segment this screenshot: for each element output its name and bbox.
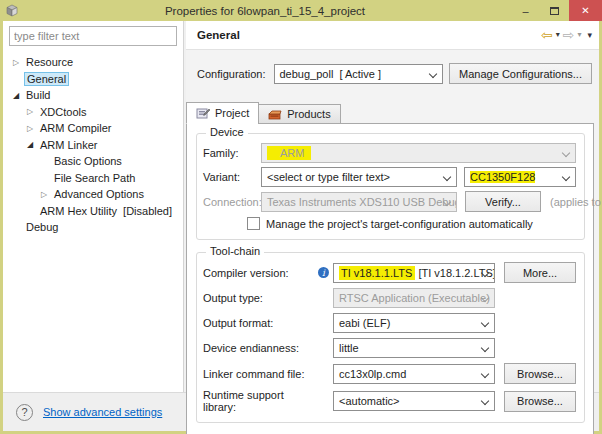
maximize-icon	[550, 7, 559, 15]
linker-command-file-select[interactable]: cc13x0lp.cmd	[333, 364, 495, 384]
linker-command-file-row: Linker command file: cc13x0lp.cmd Browse…	[203, 363, 576, 384]
tree-item-arm-compiler[interactable]: ▷ARM Compiler	[3, 120, 183, 137]
runtime-support-library-row: Runtime support library: <automatic> Bro…	[203, 389, 576, 413]
maximize-button[interactable]	[540, 0, 569, 21]
chevron-down-icon	[481, 369, 489, 377]
output-format-label: Output format:	[203, 317, 318, 329]
output-format-select[interactable]: eabi (ELF)	[333, 313, 495, 333]
compiler-version-label: Compiler version:	[203, 267, 318, 279]
configuration-select[interactable]: debug_poll [ Active ]	[274, 64, 444, 84]
device-group-label: Device	[206, 126, 248, 138]
tree-item-resource[interactable]: ▷Resource	[3, 54, 183, 71]
chevron-down-icon	[481, 397, 489, 405]
tab-project[interactable]: Project	[186, 102, 259, 124]
close-button[interactable]: ✕	[569, 0, 602, 21]
tree-item-debug[interactable]: Debug	[3, 219, 183, 236]
device-endianness-row: Device endianness: little	[203, 338, 576, 358]
header-nav-toolbar: ⇦ ▾ ⇨ ▾ ▾	[541, 28, 592, 42]
expand-arrow-icon[interactable]: ◢	[13, 91, 26, 100]
connection-label: Connection:	[203, 196, 261, 208]
verify-button[interactable]: Verify...	[465, 191, 541, 212]
tree-item-file-search-path[interactable]: File Search Path	[3, 170, 183, 187]
manage-target-config-row: Manage the project's target-configuratio…	[247, 217, 576, 230]
project-tab-panel: Device Family: ARM Variant: <select o	[186, 123, 594, 434]
filter-input[interactable]	[9, 26, 177, 46]
properties-tree: ▷Resource General ◢Build ▷XDCtools ▷ARM …	[3, 54, 183, 236]
help-icon[interactable]: ?	[16, 404, 33, 421]
chevron-down-icon	[562, 173, 570, 181]
tree-item-general-selected: General	[24, 72, 69, 86]
variant-label: Variant:	[203, 171, 261, 183]
variant-row: Variant: <select or type filter text> CC…	[203, 167, 576, 187]
back-menu-caret-icon[interactable]: ▾	[556, 31, 560, 39]
connection-note: (applies to whole project)	[550, 196, 602, 208]
tree-item-arm-linker[interactable]: ◢ARM Linker	[3, 137, 183, 154]
chevron-down-icon	[443, 173, 451, 181]
properties-dialog: Properties for 6lowpan_ti_15_4_project –…	[0, 0, 602, 434]
connection-row: Connection: Texas Instruments XDS110 USB…	[203, 191, 576, 212]
close-icon: ✕	[581, 5, 589, 16]
family-label: Family:	[203, 147, 261, 159]
output-format-row: Output format: eabi (ELF)	[203, 313, 576, 333]
tab-bar: Project Products	[186, 102, 594, 124]
tree-item-arm-hex-utility[interactable]: ARM Hex Utility [Disabled]	[3, 203, 183, 220]
tree-item-xdctools[interactable]: ▷XDCtools	[3, 104, 183, 121]
device-endianness-select[interactable]: little	[333, 338, 495, 358]
chevron-down-icon	[562, 149, 570, 157]
output-type-select: RTSC Application (Executable)	[333, 288, 495, 308]
properties-sidebar: ▷Resource General ◢Build ▷XDCtools ▷ARM …	[3, 21, 184, 392]
compiler-version-row: Compiler version: i TI v18.1.1.LTS [TI v…	[203, 262, 576, 283]
tree-item-advanced-options[interactable]: ▷Advanced Options	[3, 186, 183, 203]
page-title: General	[197, 29, 541, 41]
show-advanced-settings-link[interactable]: Show advanced settings	[43, 406, 162, 418]
collapse-arrow-icon[interactable]: ▷	[13, 58, 26, 67]
chevron-down-icon	[481, 319, 489, 327]
chevron-down-icon	[481, 344, 489, 352]
view-menu-caret-icon[interactable]: ▾	[587, 31, 592, 39]
runtime-browse-button[interactable]: Browse...	[504, 391, 576, 412]
back-arrow-icon[interactable]: ⇦	[541, 28, 553, 42]
output-type-row: Output type: RTSC Application (Executabl…	[203, 288, 576, 308]
main-panel: General ⇦ ▾ ⇨ ▾ ▾ Configuration: debug_p…	[186, 21, 599, 392]
minimize-button[interactable]: –	[511, 0, 540, 21]
connection-select: Texas Instruments XDS110 USB Debug	[261, 192, 457, 212]
collapse-arrow-icon[interactable]: ▷	[27, 107, 40, 116]
more-button[interactable]: More...	[504, 262, 576, 283]
runtime-support-library-label: Runtime support library:	[203, 389, 318, 413]
title-bar[interactable]: Properties for 6lowpan_ti_15_4_project –…	[0, 0, 602, 21]
configuration-row: Configuration: debug_poll [ Active ] Man…	[197, 63, 592, 84]
manage-target-config-label: Manage the project's target-configuratio…	[266, 218, 533, 230]
variant-filter-select[interactable]: <select or type filter text>	[261, 167, 457, 187]
runtime-support-library-select[interactable]: <automatic>	[333, 391, 495, 411]
configuration-label: Configuration:	[197, 68, 266, 80]
family-value-highlighted: ARM	[267, 146, 311, 160]
page-header: General ⇦ ▾ ⇨ ▾ ▾	[186, 21, 599, 50]
dialog-client-area: ▷Resource General ◢Build ▷XDCtools ▷ARM …	[3, 21, 599, 431]
variant-value-highlighted: CC1350F128	[470, 171, 535, 183]
products-tab-icon	[268, 108, 282, 121]
compiler-version-highlighted: TI v18.1.1.LTS	[339, 266, 415, 280]
collapse-arrow-icon[interactable]: ▷	[41, 190, 54, 199]
linker-command-file-label: Linker command file:	[203, 368, 318, 380]
forward-menu-caret-icon[interactable]: ▾	[577, 31, 581, 39]
family-row: Family: ARM	[203, 143, 576, 163]
manage-target-config-checkbox[interactable]	[247, 217, 260, 230]
tab-products[interactable]: Products	[258, 104, 340, 124]
compiler-version-select[interactable]: TI v18.1.1.LTS [TI v18.1.2.LTS]	[333, 263, 495, 283]
chevron-down-icon	[429, 69, 437, 77]
linker-browse-button[interactable]: Browse...	[504, 363, 576, 384]
info-icon: i	[318, 267, 329, 278]
expand-arrow-icon[interactable]: ◢	[27, 140, 40, 149]
output-type-label: Output type:	[203, 292, 318, 304]
project-tab-icon	[196, 107, 210, 120]
forward-arrow-icon[interactable]: ⇨	[563, 28, 575, 42]
collapse-arrow-icon[interactable]: ▷	[27, 124, 40, 133]
tree-item-basic-options[interactable]: Basic Options	[3, 153, 183, 170]
device-endianness-label: Device endianness:	[203, 342, 318, 354]
variant-device-select[interactable]: CC1350F128	[464, 167, 576, 187]
tree-item-general[interactable]: General	[3, 71, 183, 88]
toolchain-group-label: Tool-chain	[206, 245, 264, 257]
minimize-icon: –	[522, 5, 528, 17]
manage-configurations-button[interactable]: Manage Configurations...	[449, 63, 592, 84]
tree-item-build[interactable]: ◢Build	[3, 87, 183, 104]
